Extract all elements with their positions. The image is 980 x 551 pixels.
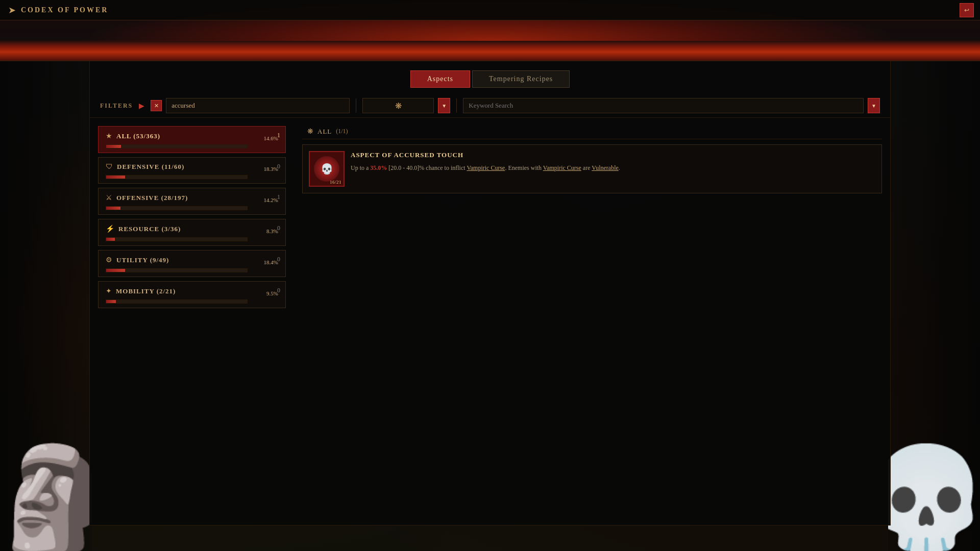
category-badge-all: 1	[277, 132, 280, 139]
category-icon-defensive: 🛡	[106, 163, 113, 171]
filter-search-input[interactable]	[166, 98, 350, 113]
category-badge-utility: 0	[277, 256, 280, 263]
filters-label: FILTERS	[100, 102, 133, 110]
filter-class-dropdown[interactable]: ▼	[438, 98, 450, 113]
category-icon-all: ★	[106, 132, 112, 140]
results-header-icon: ❋	[307, 127, 313, 136]
side-figure-right: 💀	[888, 20, 980, 551]
progress-fill-resource	[106, 238, 115, 241]
filter-divider	[356, 98, 356, 113]
progress-bar-utility	[106, 268, 248, 272]
category-name-defensive: DEFENSIVE (11/60)	[117, 163, 184, 171]
results-header-count: (1/1)	[336, 128, 348, 135]
progress-text-utility: 18.4%	[264, 259, 278, 265]
category-icon-resource: ⚡	[106, 224, 114, 233]
aspect-description: Up to a 35.0% [20.0 - 40.0]% chance to i…	[351, 163, 875, 173]
progress-text-offensive: 14.2%	[264, 197, 278, 203]
category-item-resource[interactable]: ⚡ RESOURCE (3/36) 8.3% 0	[98, 219, 286, 246]
aspect-icon-inner: 💀	[314, 156, 339, 182]
figure-silhouette-right: 💀	[888, 449, 980, 551]
progress-bar-resource	[106, 237, 248, 241]
category-badge-offensive: 1	[277, 193, 280, 201]
side-figure-left: 🗿	[0, 20, 92, 551]
filter-clear-button[interactable]: ✕	[151, 100, 162, 111]
category-item-mobility[interactable]: ✦ MOBILITY (2/21) 9.5% 0	[98, 281, 286, 308]
category-icon-utility: ⚙	[106, 256, 112, 264]
category-icon-mobility: ✦	[106, 287, 112, 295]
aspect-content: ASPECT OF ACCURSED TOUCH Up to a 35.0% […	[351, 151, 875, 187]
progress-bar-mobility	[106, 299, 248, 304]
category-name-offensive: OFFENSIVE (28/197)	[116, 194, 188, 202]
progress-fill-utility	[106, 269, 125, 272]
progress-fill-all	[106, 145, 121, 148]
right-panel: ❋ ALL (1/1) 💀 16/21 ASPECT OF ACCURSED T…	[294, 118, 890, 525]
results-scroll[interactable]: 💀 16/21 ASPECT OF ACCURSED TOUCH Up to a…	[302, 144, 882, 519]
aspect-icon-box: 💀 16/21	[309, 151, 345, 187]
content-area: ★ ALL (53/363) 14.6% 1 🛡 DEFENSIVE (11/6…	[90, 118, 890, 525]
progress-fill-defensive	[106, 176, 125, 179]
close-button[interactable]: ↩	[960, 3, 974, 17]
keyword-dropdown[interactable]: ▼	[868, 98, 880, 113]
aspect-title: ASPECT OF ACCURSED TOUCH	[351, 151, 875, 159]
progress-fill-mobility	[106, 300, 116, 303]
aspect-card-accursed-touch[interactable]: 💀 16/21 ASPECT OF ACCURSED TOUCH Up to a…	[302, 144, 882, 193]
progress-text-resource: 8.3%	[266, 228, 278, 234]
category-name-mobility: MOBILITY (2/21)	[116, 287, 176, 295]
app-title: CODEX OF POWER	[21, 6, 108, 14]
title-arrow-icon: ➤	[8, 5, 16, 16]
category-item-utility[interactable]: ⚙ UTILITY (9/49) 18.4% 0	[98, 250, 286, 277]
progress-bar-all	[106, 144, 248, 148]
title-bar: ➤ CODEX OF POWER ↩	[0, 0, 980, 20]
category-badge-mobility: 0	[277, 287, 280, 294]
category-badge-defensive: 0	[277, 163, 280, 170]
progress-text-all: 14.6%	[264, 135, 278, 141]
category-badge-resource: 0	[277, 224, 280, 232]
filters-arrow-icon: ▶	[139, 102, 144, 110]
progress-text-defensive: 18.3%	[264, 166, 278, 172]
category-item-all[interactable]: ★ ALL (53/363) 14.6% 1	[98, 126, 286, 153]
results-header: ❋ ALL (1/1)	[302, 124, 882, 139]
results-header-label: ALL	[317, 128, 332, 136]
progress-text-mobility: 9.5%	[266, 290, 278, 296]
category-icon-offensive: ⚔	[106, 193, 112, 202]
category-name-all: ALL (53/363)	[116, 132, 160, 140]
class-filter-icon: ❋	[395, 101, 402, 111]
aspect-icon-label: 16/21	[330, 180, 341, 185]
category-item-defensive[interactable]: 🛡 DEFENSIVE (11/60) 18.3% 0	[98, 157, 286, 184]
progress-bar-offensive	[106, 206, 248, 210]
tab-tempering[interactable]: Tempering Recipes	[472, 70, 570, 88]
filter-divider-2	[456, 98, 457, 113]
tab-row: Aspects Tempering Recipes	[90, 61, 890, 94]
figure-silhouette-left: 🗿	[0, 449, 92, 551]
tab-aspects[interactable]: Aspects	[410, 70, 470, 88]
filters-row: FILTERS ▶ ✕ ❋ ▼ ▼	[90, 94, 890, 118]
category-item-offensive[interactable]: ⚔ OFFENSIVE (28/197) 14.2% 1	[98, 188, 286, 215]
keyword-search-input[interactable]	[463, 98, 864, 113]
category-name-utility: UTILITY (9/49)	[116, 256, 169, 264]
category-name-resource: RESOURCE (3/36)	[118, 225, 181, 233]
progress-bar-defensive	[106, 175, 248, 179]
main-panel: Aspects Tempering Recipes FILTERS ▶ ✕ ❋ …	[89, 61, 891, 525]
filter-class-button[interactable]: ❋	[362, 98, 434, 113]
left-panel: ★ ALL (53/363) 14.6% 1 🛡 DEFENSIVE (11/6…	[90, 118, 294, 525]
progress-fill-offensive	[106, 207, 120, 210]
